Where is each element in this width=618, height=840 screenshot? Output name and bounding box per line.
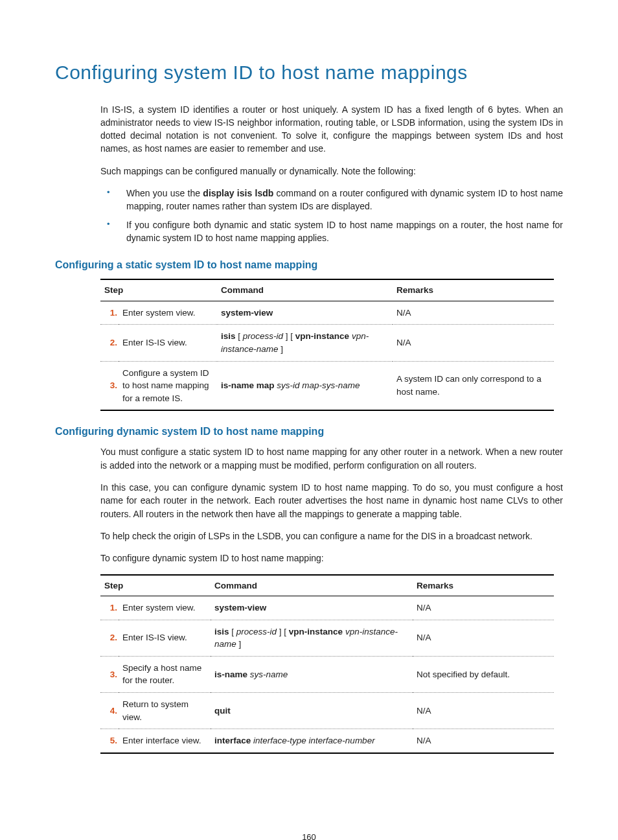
dynamic-paragraph-4: To configure dynamic system ID to host n…: [100, 552, 563, 565]
dynamic-paragraph-3: To help check the origin of LSPs in the …: [100, 530, 563, 542]
table-row: 3. Configure a system ID to host name ma…: [100, 361, 554, 410]
table-row: 1. Enter system view. system-view N/A: [100, 596, 554, 620]
col-step: Step: [100, 575, 211, 596]
page-number: 160: [55, 832, 563, 840]
intro-bullet-list: When you use the display isis lsdb comma…: [55, 187, 563, 244]
table-row: 3. Specify a host name for the router. i…: [100, 656, 554, 692]
static-heading: Configuring a static system ID to host n…: [55, 257, 563, 272]
col-command: Command: [217, 279, 393, 301]
dynamic-heading: Configuring dynamic system ID to host na…: [55, 424, 563, 439]
table-row: 5. Enter interface view. interface inter…: [100, 729, 554, 753]
table-row: 4. Return to system view. quit N/A: [100, 692, 554, 729]
col-command: Command: [211, 575, 413, 596]
static-mapping-table: Step Command Remarks 1. Enter system vie…: [100, 279, 554, 411]
dynamic-mapping-table: Step Command Remarks 1. Enter system vie…: [100, 574, 554, 754]
dynamic-paragraph-1: You must configure a static system ID to…: [100, 445, 563, 472]
intro-bullet-1: When you use the display isis lsdb comma…: [100, 187, 563, 213]
intro-bullet-2: If you configure both dynamic and static…: [100, 218, 563, 245]
page-title: Configuring system ID to host name mappi…: [55, 58, 563, 87]
table-row: 1. Enter system view. system-view N/A: [100, 301, 554, 325]
intro-paragraph-1: In IS-IS, a system ID identifies a route…: [100, 103, 563, 156]
col-step: Step: [100, 279, 217, 301]
table-row: 2. Enter IS-IS view. isis [ process-id ]…: [100, 620, 554, 656]
intro-paragraph-2: Such mappings can be configured manually…: [100, 165, 563, 178]
table-row: 2. Enter IS-IS view. isis [ process-id ]…: [100, 325, 554, 361]
col-remarks: Remarks: [413, 575, 554, 596]
col-remarks: Remarks: [393, 279, 554, 301]
dynamic-paragraph-2: In this case, you can configure dynamic …: [100, 481, 563, 520]
